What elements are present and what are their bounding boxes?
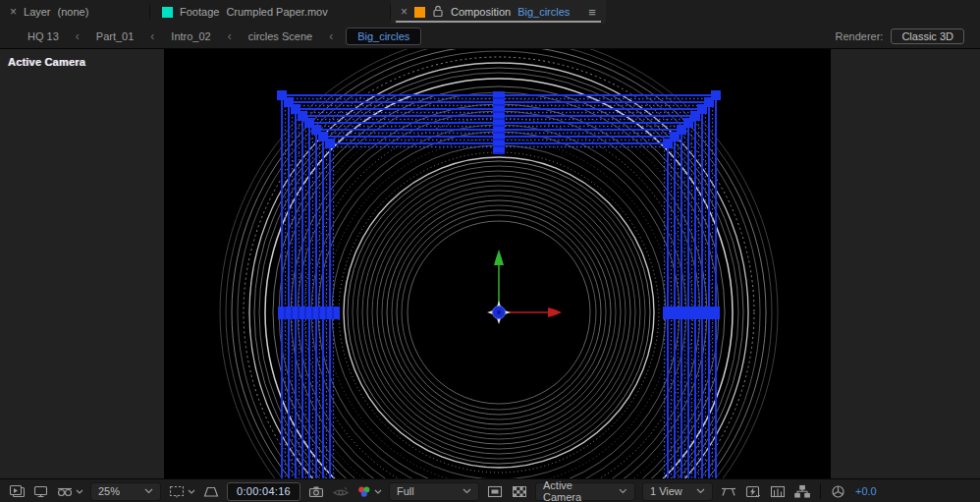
breadcrumb-chevron-icon: ‹	[329, 29, 333, 43]
tab-layer-label: Layer	[24, 6, 51, 18]
snapshot-camera-icon[interactable]	[307, 484, 325, 499]
timeline-button-icon[interactable]	[769, 484, 787, 499]
tab-composition[interactable]: × Composition Big_circles ≡	[391, 0, 606, 24]
composition-breadcrumb-bar: HQ 13 ‹ Part_01 ‹ Intro_02 ‹ circles Sce…	[0, 24, 980, 49]
view-label: Active Camera	[8, 56, 85, 68]
breadcrumb-item[interactable]: HQ 13	[27, 30, 59, 42]
toolbar-separator	[820, 483, 821, 499]
close-icon[interactable]: ×	[10, 6, 17, 18]
tab-footage[interactable]: Footage Crumpled Paper.mov	[150, 0, 390, 24]
breadcrumb-item[interactable]: Part_01	[96, 30, 135, 42]
breadcrumb-chevron-icon: ‹	[228, 29, 232, 43]
tab-footage-name: Crumpled Paper.mov	[226, 6, 327, 18]
magnification-dropdown[interactable]: 25%	[90, 482, 161, 501]
3d-view-dropdown[interactable]: Active Camera	[535, 482, 635, 501]
magnification-value: 25%	[98, 485, 120, 497]
resolution-value: Full	[397, 485, 414, 497]
after-effects-composition-panel: × Layer (none) Footage Crumpled Paper.mo…	[0, 0, 980, 502]
stereo-3d-glasses-icon[interactable]	[56, 484, 83, 499]
3d-view-value: Active Camera	[543, 479, 611, 502]
exposure-value[interactable]: +0.0	[855, 485, 877, 497]
breadcrumb-item[interactable]: circles Scene	[248, 30, 312, 42]
transparency-grid-icon[interactable]	[511, 484, 528, 499]
grid-guide-options-icon[interactable]	[720, 484, 737, 499]
always-preview-icon[interactable]	[9, 484, 26, 499]
resolution-dropdown[interactable]: Full	[389, 482, 479, 501]
region-of-interest-icon[interactable]	[168, 484, 195, 499]
reset-exposure-icon[interactable]	[830, 484, 846, 499]
tab-footage-label: Footage	[180, 6, 219, 18]
primary-viewer-icon[interactable]	[32, 484, 49, 499]
composition-viewport[interactable]: Active Camera	[0, 49, 980, 478]
breadcrumb-current[interactable]: Big_circles	[346, 28, 421, 45]
composition-canvas[interactable]	[164, 49, 831, 478]
lock-icon	[432, 5, 444, 20]
breadcrumb-chevron-icon: ‹	[150, 29, 154, 43]
view-layout-dropdown[interactable]: 1 View	[642, 482, 713, 501]
panel-menu-icon[interactable]: ≡	[588, 5, 596, 20]
renderer-label: Renderer:	[836, 30, 884, 42]
current-time-field[interactable]: 0:00:04:16	[227, 482, 300, 501]
show-channel-icon[interactable]	[356, 484, 382, 499]
view-layout-value: 1 View	[650, 485, 682, 497]
breadcrumb-chevron-icon: ‹	[76, 29, 80, 43]
comp-flowchart-icon[interactable]	[793, 484, 811, 499]
tab-layer-name: (none)	[58, 6, 89, 18]
tab-layer[interactable]: × Layer (none)	[0, 0, 149, 24]
comp-svg	[164, 49, 831, 478]
viewer-toolbar: 25% 0:00:04:16	[0, 478, 980, 502]
fast-previews-icon[interactable]	[744, 484, 762, 499]
renderer-group: Renderer: Classic 3D	[836, 28, 971, 44]
tab-comp-label: Composition	[451, 6, 511, 18]
renderer-button[interactable]: Classic 3D	[891, 28, 964, 44]
region-icon[interactable]	[486, 484, 504, 499]
panel-tab-bar: × Layer (none) Footage Crumpled Paper.mo…	[0, 0, 980, 24]
close-icon[interactable]: ×	[401, 6, 408, 18]
comp-color-swatch	[414, 7, 425, 18]
show-snapshot-icon[interactable]	[332, 484, 350, 499]
tab-comp-name: Big_circles	[517, 6, 570, 18]
breadcrumb-item[interactable]: Intro_02	[171, 30, 210, 42]
footage-color-swatch	[162, 7, 173, 18]
safe-margins-icon[interactable]	[202, 484, 220, 499]
